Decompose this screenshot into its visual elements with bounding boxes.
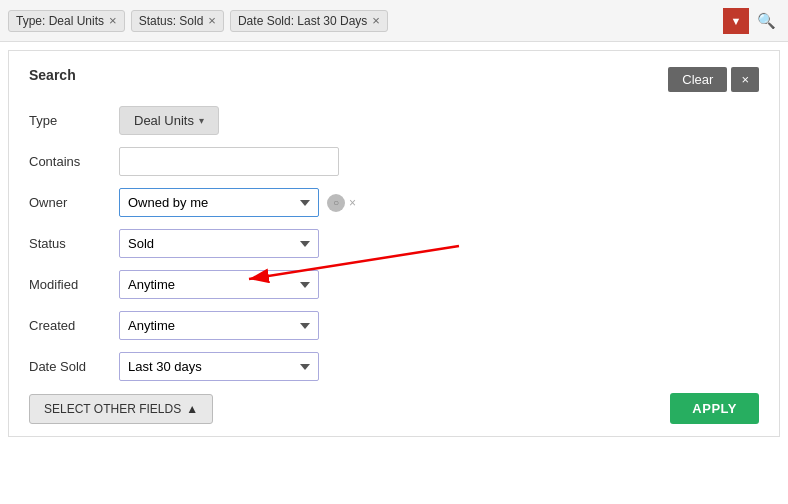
type-dropdown-button[interactable]: Deal Units ▾	[119, 106, 219, 135]
apply-button[interactable]: APPLY	[670, 393, 759, 424]
modified-row: Modified Anytime Today Last 7 days Last …	[29, 270, 759, 299]
filter-tag-type-label: Type: Deal Units	[16, 14, 104, 28]
type-control: Deal Units ▾	[119, 106, 339, 135]
modified-control: Anytime Today Last 7 days Last 30 days	[119, 270, 339, 299]
select-other-icon: ▲	[186, 402, 198, 416]
contains-row: Contains	[29, 147, 759, 176]
filter-dropdown-button[interactable]: ▼	[723, 8, 749, 34]
status-select[interactable]: Sold Any Open Lost	[119, 229, 319, 258]
dropdown-icon: ▼	[731, 15, 742, 27]
filter-tag-type: Type: Deal Units ×	[8, 10, 125, 32]
type-value: Deal Units	[134, 113, 194, 128]
type-arrow-icon: ▾	[199, 115, 204, 126]
owner-select[interactable]: Owned by me Any Unowned	[119, 188, 319, 217]
filter-bar-actions: ▼ 🔍	[723, 8, 780, 34]
status-row: Status Sold Any Open Lost	[29, 229, 759, 258]
date-sold-label: Date Sold	[29, 359, 119, 374]
filter-bar: Type: Deal Units × Status: Sold × Date S…	[0, 0, 788, 42]
owner-label: Owner	[29, 195, 119, 210]
panel-title: Search	[29, 67, 76, 83]
date-sold-row: Date Sold Last 30 days Today Last 7 days…	[29, 352, 759, 381]
select-other-fields-button[interactable]: SELECT OTHER FIELDS ▲	[29, 394, 213, 424]
status-control: Sold Any Open Lost	[119, 229, 339, 258]
owner-icons: ○ ×	[327, 194, 356, 212]
filter-tag-type-close[interactable]: ×	[109, 14, 117, 27]
filter-tag-date: Date Sold: Last 30 Days ×	[230, 10, 388, 32]
created-control: Anytime Today Last 7 days Last 30 days	[119, 311, 339, 340]
owner-row: Owner Owned by me Any Unowned ○ ×	[29, 188, 759, 217]
panel-header: Search Clear ×	[29, 67, 759, 92]
select-other-label: SELECT OTHER FIELDS	[44, 402, 181, 416]
search-button[interactable]: 🔍	[753, 10, 780, 32]
panel-actions: Clear ×	[668, 67, 759, 92]
modified-select[interactable]: Anytime Today Last 7 days Last 30 days	[119, 270, 319, 299]
type-label: Type	[29, 113, 119, 128]
created-select[interactable]: Anytime Today Last 7 days Last 30 days	[119, 311, 319, 340]
created-label: Created	[29, 318, 119, 333]
filter-tag-status-label: Status: Sold	[139, 14, 204, 28]
panel-footer: SELECT OTHER FIELDS ▲ APPLY	[29, 393, 759, 424]
owner-clear-icon[interactable]: ×	[349, 196, 356, 210]
filter-tag-date-close[interactable]: ×	[372, 14, 380, 27]
contains-control	[119, 147, 339, 176]
contains-label: Contains	[29, 154, 119, 169]
type-row: Type Deal Units ▾	[29, 106, 759, 135]
modified-label: Modified	[29, 277, 119, 292]
owner-control-group: Owned by me Any Unowned ○ ×	[119, 188, 356, 217]
status-label: Status	[29, 236, 119, 251]
date-sold-control: Last 30 days Today Last 7 days Anytime	[119, 352, 339, 381]
created-row: Created Anytime Today Last 7 days Last 3…	[29, 311, 759, 340]
filter-tag-status: Status: Sold ×	[131, 10, 224, 32]
filter-tag-date-label: Date Sold: Last 30 Days	[238, 14, 367, 28]
search-panel: Search Clear × Type Deal Units ▾ Contain…	[8, 50, 780, 437]
date-sold-select[interactable]: Last 30 days Today Last 7 days Anytime	[119, 352, 319, 381]
close-button[interactable]: ×	[731, 67, 759, 92]
contains-input[interactable]	[119, 147, 339, 176]
owner-circle-icon[interactable]: ○	[327, 194, 345, 212]
clear-button[interactable]: Clear	[668, 67, 727, 92]
filter-tag-status-close[interactable]: ×	[208, 14, 216, 27]
